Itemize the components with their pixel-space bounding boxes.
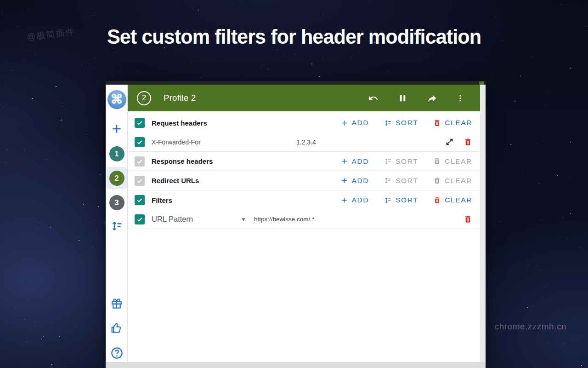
pause-icon[interactable] xyxy=(397,93,408,104)
promo-title: Set custom filters for header modificati… xyxy=(12,25,577,49)
plus-icon xyxy=(340,119,348,127)
filters-checkbox[interactable] xyxy=(135,195,145,205)
sort-response-headers-button[interactable]: SORT xyxy=(384,157,418,166)
trash-icon[interactable] xyxy=(464,138,472,146)
section-actions: ADD SORT CLEAR xyxy=(340,119,472,127)
sort-icon xyxy=(384,119,392,127)
sort-icon xyxy=(384,196,392,204)
app-logo: ⌘ xyxy=(106,89,128,109)
check-icon xyxy=(136,216,143,223)
check-icon xyxy=(136,196,143,204)
section-title: Response headers xyxy=(152,157,213,165)
check-icon xyxy=(136,158,143,165)
clear-filters-button[interactable]: CLEAR xyxy=(433,196,472,204)
request-headers-checkbox[interactable] xyxy=(135,118,145,128)
sort-icon xyxy=(111,220,123,232)
add-response-header-button[interactable]: ADD xyxy=(340,157,369,166)
trash-icon xyxy=(433,119,441,127)
trash-icon[interactable] xyxy=(464,215,472,224)
redirect-urls-checkbox[interactable] xyxy=(135,176,145,186)
profile-header-bar: 2 Profile 2 xyxy=(128,85,480,111)
section-title: Redirect URLs xyxy=(152,177,199,184)
undo-icon[interactable] xyxy=(368,93,379,104)
header-entry-row: X-Forwarded-For 1.2.3.4 xyxy=(128,132,480,152)
top-strip-artifact xyxy=(479,81,484,85)
gift-icon xyxy=(110,297,123,310)
top-border-strip xyxy=(106,81,486,85)
x-forwarded-for-checkbox[interactable] xyxy=(135,137,145,147)
clear-redirect-urls-button[interactable]: CLEAR xyxy=(433,177,472,185)
plus-icon xyxy=(340,177,348,184)
add-filter-button[interactable]: ADD xyxy=(340,196,369,204)
share-icon[interactable] xyxy=(427,93,437,104)
expand-icon[interactable] xyxy=(445,138,454,146)
starfield-bright xyxy=(0,0,1,1)
watermark-bottom-right: chrome.zzzmh.cn xyxy=(495,322,566,332)
section-title: Filters xyxy=(152,196,172,204)
extension-popup: ⌘ 1 2 3 xyxy=(106,81,486,368)
header-value-field[interactable]: 1.2.3.4 xyxy=(296,138,316,146)
modheader-clover-icon: ⌘ xyxy=(107,90,126,109)
rows-container: Request headers ADD SORT CLEAR xyxy=(128,111,480,362)
sort-filters-button[interactable]: SORT xyxy=(384,196,418,204)
response-headers-checkbox[interactable] xyxy=(135,156,145,167)
filter-type-select[interactable]: URL Pattern xyxy=(152,215,193,224)
help-button[interactable] xyxy=(106,345,128,360)
entry-row-actions xyxy=(464,215,472,224)
like-button[interactable] xyxy=(106,321,128,335)
url-pattern-field[interactable]: https://bewisse.com/.* xyxy=(254,216,314,223)
check-icon xyxy=(136,177,143,184)
sort-icon xyxy=(384,177,392,184)
plus-icon xyxy=(340,157,348,165)
section-row-filters: Filters ADD SORT CLEAR xyxy=(128,190,480,210)
section-actions: ADD SORT CLEAR xyxy=(340,196,472,204)
section-title: Request headers xyxy=(152,119,207,127)
clear-response-headers-button[interactable]: CLEAR xyxy=(433,157,472,166)
trash-icon xyxy=(433,157,441,165)
thumbs-up-icon xyxy=(110,322,123,334)
header-actions xyxy=(368,93,471,104)
sort-icon xyxy=(384,157,392,165)
chevron-down-icon[interactable]: ▼ xyxy=(241,216,246,223)
clear-request-headers-button[interactable]: CLEAR xyxy=(433,119,472,127)
sidebar-profile-3[interactable]: 3 xyxy=(106,195,128,210)
trash-icon xyxy=(433,196,441,204)
section-actions: ADD SORT CLEAR xyxy=(340,157,472,166)
entry-row-actions xyxy=(445,138,472,146)
section-row-redirect-urls: Redirect URLs ADD SORT CLEAR xyxy=(128,171,480,190)
sidebar-profile-2[interactable]: 2 xyxy=(106,171,128,186)
profile-number-badge: 2 xyxy=(137,91,151,105)
add-profile-button[interactable] xyxy=(106,121,128,136)
add-redirect-url-button[interactable]: ADD xyxy=(340,177,369,185)
trash-icon xyxy=(433,177,441,184)
profile-1-badge: 1 xyxy=(109,146,124,161)
sort-profiles-button[interactable] xyxy=(106,219,128,233)
header-name-field[interactable]: X-Forwarded-For xyxy=(152,138,201,146)
url-pattern-checkbox[interactable] xyxy=(135,214,145,224)
add-request-header-button[interactable]: ADD xyxy=(340,119,369,127)
check-icon xyxy=(136,119,143,126)
profile-3-badge: 3 xyxy=(109,195,124,210)
section-row-request-headers: Request headers ADD SORT CLEAR xyxy=(128,113,480,132)
sort-redirect-urls-button[interactable]: SORT xyxy=(384,177,418,185)
sort-request-headers-button[interactable]: SORT xyxy=(384,119,418,127)
gift-button[interactable] xyxy=(106,297,128,310)
sidebar-profile-1[interactable]: 1 xyxy=(106,146,128,161)
section-row-response-headers: Response headers ADD SORT CLEAR xyxy=(128,152,480,171)
kebab-menu-icon[interactable] xyxy=(456,93,464,104)
help-icon xyxy=(110,346,124,360)
profile-name[interactable]: Profile 2 xyxy=(164,93,196,103)
plus-icon xyxy=(111,123,123,135)
plus-icon xyxy=(340,196,348,204)
sidebar: ⌘ 1 2 3 xyxy=(106,85,128,362)
filter-entry-row: URL Pattern ▼ https://bewisse.com/.* xyxy=(128,210,480,229)
profile-2-badge: 2 xyxy=(109,171,124,186)
section-actions: ADD SORT CLEAR xyxy=(340,177,472,185)
check-icon xyxy=(136,138,143,146)
bottom-border-strip xyxy=(106,362,486,368)
scrollbar-gutter[interactable] xyxy=(480,85,486,362)
